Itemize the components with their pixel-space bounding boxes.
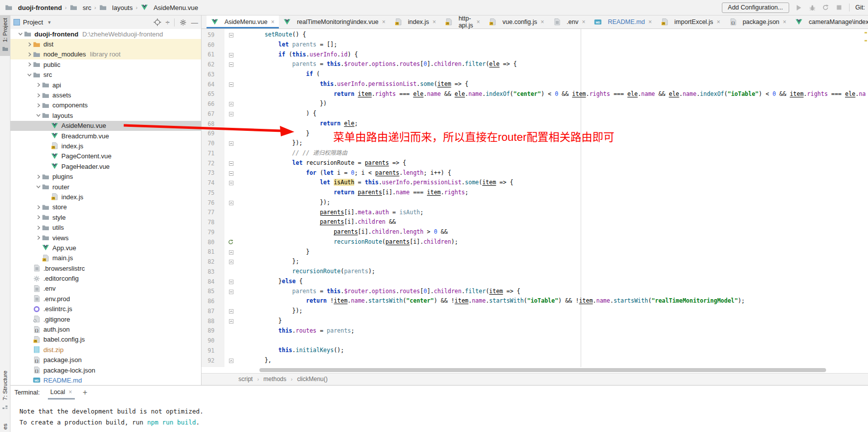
line-number[interactable]: 88 (202, 318, 215, 325)
line-number[interactable]: 77 (202, 209, 215, 216)
line-number[interactable]: 68 (202, 120, 215, 127)
close-icon[interactable]: × (582, 18, 585, 25)
code-line[interactable]: 87 }); (202, 306, 868, 316)
close-icon[interactable]: × (717, 18, 720, 25)
fold-collapse-icon[interactable] (229, 79, 233, 89)
rerun-icon[interactable] (822, 4, 830, 11)
tab-README.md[interactable]: MDREADME.md× (590, 15, 656, 28)
chevron-down-icon[interactable] (34, 112, 42, 118)
chevron-right-icon[interactable] (34, 214, 42, 220)
code-line[interactable]: 76 }); (202, 198, 868, 208)
run-icon[interactable] (795, 4, 803, 11)
fold-collapse-icon[interactable] (229, 178, 233, 188)
fold-end-icon[interactable] (229, 306, 233, 316)
recursive-call-icon[interactable] (228, 237, 233, 247)
code-line[interactable]: 92 }, (202, 356, 868, 366)
tree-item-.gitignore[interactable]: .gitignore (10, 314, 201, 324)
collapse-all-icon[interactable]: ÷ (166, 18, 170, 26)
chevron-right-icon[interactable] (34, 82, 42, 88)
code-line[interactable]: 66 }) (202, 99, 868, 109)
line-number[interactable]: 75 (202, 189, 215, 196)
line-number[interactable]: 71 (202, 150, 215, 157)
line-number[interactable]: 63 (202, 71, 215, 78)
editor-breadcrumb-item[interactable]: script (238, 376, 253, 383)
line-number[interactable]: 91 (202, 347, 215, 354)
fold-collapse-icon[interactable] (229, 158, 233, 168)
line-number[interactable]: 67 (202, 110, 215, 117)
tab-.env[interactable]: .env× (549, 15, 590, 28)
line-number[interactable]: 82 (202, 258, 215, 265)
terminal-output[interactable]: Note that the development build is not o… (10, 400, 868, 428)
chevron-right-icon[interactable] (25, 61, 33, 67)
chevron-right-icon[interactable] (34, 235, 42, 241)
tree-item-public[interactable]: public (10, 59, 201, 69)
code-line[interactable]: 77 parents[i].meta.auth = isAuth; (202, 208, 868, 218)
line-number[interactable]: 74 (202, 179, 215, 186)
tree-item-layouts[interactable]: layouts (10, 110, 201, 120)
code-line[interactable]: 79 parents[i].children.length > 0 && (202, 227, 868, 237)
tree-item-src[interactable]: src (10, 70, 201, 80)
chevron-right-icon[interactable] (34, 225, 42, 231)
scrollbar-thumb[interactable] (259, 368, 826, 372)
tree-item-views[interactable]: views (10, 233, 201, 243)
code-line[interactable]: 73 for (let i = 0; i < parents.length; i… (202, 168, 868, 178)
code-line[interactable]: 60 let parents = []; (202, 40, 868, 50)
tree-item-api[interactable]: api (10, 80, 201, 90)
code-line[interactable]: 81 } (202, 247, 868, 257)
line-number[interactable]: 84 (202, 278, 215, 285)
tree-item-dist.zip[interactable]: dist.zip (10, 345, 201, 355)
code-line[interactable]: 75 return parents[i].name === item.right… (202, 188, 868, 198)
tree-item-.env[interactable]: .env (10, 284, 201, 294)
editor-breadcrumb-item[interactable]: clickMenu() (297, 376, 327, 383)
line-number[interactable]: 87 (202, 308, 215, 315)
chevron-right-icon[interactable] (34, 92, 42, 98)
tree-item-babel.config.js[interactable]: JSbabel.config.js (10, 335, 201, 345)
tree-item-style[interactable]: style (10, 212, 201, 222)
code-line[interactable]: 71 // // 递归权限路由 (202, 148, 868, 158)
tree-item-PageHeader.vue[interactable]: PageHeader.vue (10, 161, 201, 171)
breadcrumb-item[interactable]: layouts (99, 4, 133, 11)
close-icon[interactable]: × (271, 18, 274, 25)
code-line[interactable]: 91 this.initialKeys(); (202, 346, 868, 356)
horizontal-scrollbar[interactable] (202, 367, 868, 373)
line-number[interactable]: 60 (202, 41, 215, 48)
editor-breadcrumb-item[interactable]: methods (263, 376, 286, 383)
close-icon[interactable]: × (433, 18, 436, 25)
locate-file-icon[interactable] (154, 18, 161, 26)
line-number[interactable]: 89 (202, 327, 215, 334)
code-line[interactable]: 78 parents[i].children && (202, 217, 868, 227)
new-terminal-icon[interactable]: + (83, 388, 87, 397)
fold-collapse-icon[interactable] (229, 30, 233, 40)
code-line[interactable]: 82 }; (202, 257, 868, 267)
tree-item-dist[interactable]: dist (10, 39, 201, 49)
line-number[interactable]: 79 (202, 229, 215, 236)
code-line[interactable]: 80 recursionRoute(parents[i].children); (202, 237, 868, 247)
tab-http-api.js[interactable]: JShttp-api.js× (440, 15, 484, 28)
tree-item-.env.prod[interactable]: .env.prod (10, 294, 201, 304)
tree-item-package.json[interactable]: {}package.json (10, 355, 201, 365)
code-line[interactable]: 83 recursionRoute(parents); (202, 267, 868, 277)
chevron-right-icon[interactable] (34, 174, 42, 180)
code-line[interactable]: 63 if ( (202, 69, 868, 79)
breadcrumb-item[interactable]: src (70, 4, 91, 11)
tree-item-AsideMenu.vue[interactable]: AsideMenu.vue (10, 121, 201, 131)
line-number[interactable]: 73 (202, 169, 215, 176)
error-stripe-mark[interactable] (865, 32, 867, 33)
tree-item-components[interactable]: components (10, 100, 201, 110)
code-line[interactable]: 88 } (202, 316, 868, 326)
line-number[interactable]: 81 (202, 248, 215, 255)
line-number[interactable]: 65 (202, 90, 215, 97)
line-number[interactable]: 66 (202, 100, 215, 107)
tree-item-App.vue[interactable]: App.vue (10, 243, 201, 253)
add-configuration-button[interactable]: Add Configuration... (722, 2, 789, 13)
chevron-down-icon[interactable] (25, 72, 33, 78)
fold-collapse-icon[interactable] (229, 50, 233, 60)
tree-item-main.js[interactable]: JSmain.js (10, 253, 201, 263)
tool-button-structure[interactable]: 7: Structure (0, 368, 10, 414)
stop-icon[interactable] (836, 4, 843, 11)
hide-panel-icon[interactable]: — (191, 18, 198, 26)
tree-item-README.md[interactable]: MDREADME.md (10, 375, 201, 385)
line-number[interactable]: 59 (202, 31, 215, 38)
tab-vue.config.js[interactable]: JSvue.config.js× (484, 15, 549, 28)
code-line[interactable]: 72 let recursionRoute = parents => { (202, 158, 868, 168)
